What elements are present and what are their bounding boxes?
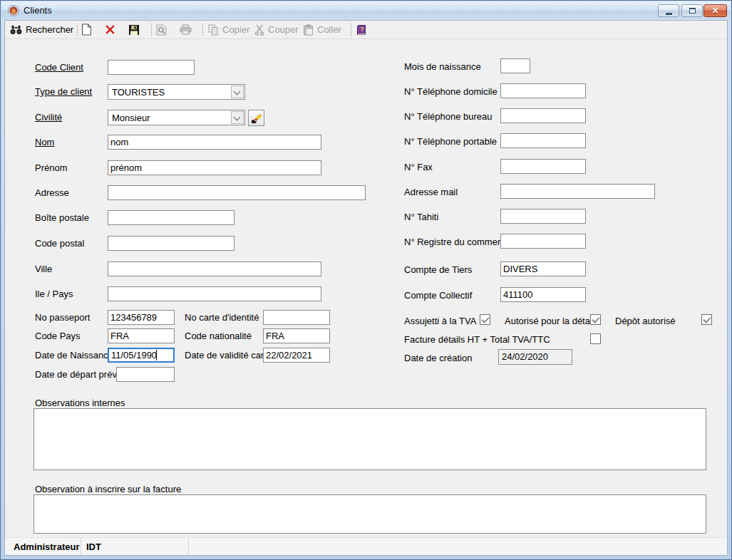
observations-internes-textarea[interactable]: [33, 408, 706, 470]
tel-bureau-input[interactable]: [500, 108, 586, 123]
compte-collectif-input[interactable]: [500, 287, 586, 302]
copy-icon: [207, 24, 219, 36]
paste-button-label: Coller: [317, 24, 341, 35]
observation-facture-textarea[interactable]: [33, 494, 706, 534]
facture-details-checkbox[interactable]: [590, 333, 601, 344]
autorise-detaxe-checkbox[interactable]: [590, 314, 601, 325]
boite-postale-label: Boîte postale: [35, 212, 89, 223]
tel-portable-label: N° Téléphone portable: [404, 136, 497, 147]
fax-label: N° Fax: [404, 162, 433, 172]
tahiti-label: N° Tahiti: [404, 212, 438, 222]
statusbar-code-panel: IDT: [81, 538, 189, 555]
new-record-button[interactable]: [79, 21, 94, 38]
statusbar-user-panel: Administrateur: [5, 538, 81, 555]
code-nationalite-label: Code nationalité: [185, 331, 252, 341]
paste-icon: [303, 24, 314, 36]
copy-button[interactable]: Copier: [205, 21, 252, 38]
type-de-client-select[interactable]: TOURISTES: [108, 84, 245, 100]
minimize-button[interactable]: [658, 4, 679, 17]
compte-tiers-input[interactable]: [500, 261, 586, 276]
no-carte-identite-input[interactable]: [263, 310, 330, 325]
adresse-input[interactable]: [108, 185, 366, 200]
app-logo-icon: [8, 5, 19, 16]
ville-label: Ville: [35, 264, 52, 274]
type-de-client-value: TOURISTES: [112, 87, 165, 98]
nom-input[interactable]: [108, 135, 321, 150]
save-button[interactable]: [126, 21, 142, 38]
nom-label: Nom: [35, 137, 54, 147]
code-client-label: Code Client: [35, 62, 83, 73]
date-creation-field: 24/02/2020: [498, 349, 572, 365]
cut-button-label: Couper: [268, 24, 299, 35]
tel-domicile-input[interactable]: [500, 83, 586, 98]
text-caret: [156, 350, 157, 361]
maximize-icon: [689, 8, 696, 14]
no-carte-identite-label: No carte d'identité: [185, 312, 259, 323]
tel-domicile-label: N° Téléphone domicile: [404, 86, 498, 97]
civilite-select[interactable]: Monsieur: [108, 110, 245, 125]
paste-button[interactable]: Coller: [301, 21, 344, 38]
code-client-input[interactable]: [108, 60, 195, 75]
registre-commerce-input[interactable]: [500, 234, 586, 249]
autorise-detaxe-label: Autorisé pour la détaxe: [505, 316, 600, 326]
assujetti-tva-checkbox[interactable]: [480, 314, 490, 325]
registre-commerce-label: N° Registre du commerce: [404, 237, 510, 247]
facture-details-label: Facture détails HT + Total TVA/TTC: [404, 334, 550, 345]
window-title: Clients: [24, 5, 52, 16]
edit-civilite-button[interactable]: [248, 110, 264, 126]
dropdown-chevron-icon[interactable]: [231, 111, 244, 124]
assujetti-tva-label: Assujetti à la TVA: [404, 316, 476, 326]
code-nationalite-input[interactable]: [263, 328, 330, 343]
boite-postale-input[interactable]: [108, 210, 234, 225]
date-validite-carte-input[interactable]: [263, 348, 330, 363]
print-button[interactable]: [177, 21, 194, 38]
mois-naissance-input[interactable]: [500, 58, 530, 73]
print-preview-icon: [156, 24, 167, 36]
maximize-button[interactable]: [681, 4, 703, 17]
toolbar-separator: [351, 23, 351, 36]
depot-autorise-checkbox[interactable]: [701, 314, 712, 325]
binoculars-icon: [10, 25, 22, 35]
ile-pays-input[interactable]: [108, 286, 321, 301]
code-pays-label: Code Pays: [35, 331, 81, 341]
date-naissance-input[interactable]: [108, 348, 175, 363]
toolbar-separator: [77, 23, 78, 36]
date-depart-prevue-input[interactable]: [116, 367, 175, 382]
tel-bureau-label: N° Téléphone bureau: [404, 111, 493, 122]
client-area: Rechercher: [4, 20, 728, 556]
observations-internes-label: Observations internes: [35, 398, 125, 408]
close-icon: ✕: [711, 6, 718, 16]
save-floppy-icon: [128, 24, 140, 36]
print-preview-button[interactable]: [154, 21, 169, 38]
prenom-label: Prénom: [35, 162, 68, 173]
ville-input[interactable]: [108, 261, 321, 276]
title-bar: Clients ✕: [1, 1, 731, 19]
printer-icon: [180, 24, 192, 35]
type-de-client-label: Type de client: [35, 86, 92, 97]
code-postal-input[interactable]: [108, 236, 234, 251]
ile-pays-label: Ile / Pays: [35, 289, 73, 299]
prenom-input[interactable]: [108, 160, 321, 175]
observation-facture-label: Observation à inscrire sur la facture: [35, 484, 181, 494]
mois-naissance-label: Mois de naissance: [404, 61, 481, 72]
delete-record-button[interactable]: [103, 21, 118, 38]
dropdown-chevron-icon[interactable]: [231, 85, 244, 98]
civilite-label: Civilité: [35, 112, 62, 123]
edit-pencil-icon: [251, 113, 262, 124]
compte-collectif-label: Compte Collectif: [404, 290, 472, 301]
adresse-mail-input[interactable]: [500, 184, 655, 199]
statusbar-user: Administrateur: [14, 541, 79, 552]
tahiti-input[interactable]: [500, 209, 586, 224]
date-depart-prevue-label: Date de départ prévue: [35, 369, 127, 380]
cut-button[interactable]: Couper: [252, 21, 301, 38]
no-passeport-input[interactable]: [108, 310, 175, 325]
adresse-mail-label: Adresse mail: [404, 187, 458, 197]
close-button[interactable]: ✕: [703, 4, 727, 17]
cut-scissors-icon: [254, 24, 264, 36]
fax-input[interactable]: [500, 159, 586, 174]
help-button[interactable]: ?: [354, 21, 369, 38]
date-validite-carte-label: Date de validité carte: [185, 350, 272, 361]
code-pays-input[interactable]: [108, 328, 175, 343]
search-button[interactable]: Rechercher: [8, 21, 76, 38]
tel-portable-input[interactable]: [500, 133, 586, 148]
